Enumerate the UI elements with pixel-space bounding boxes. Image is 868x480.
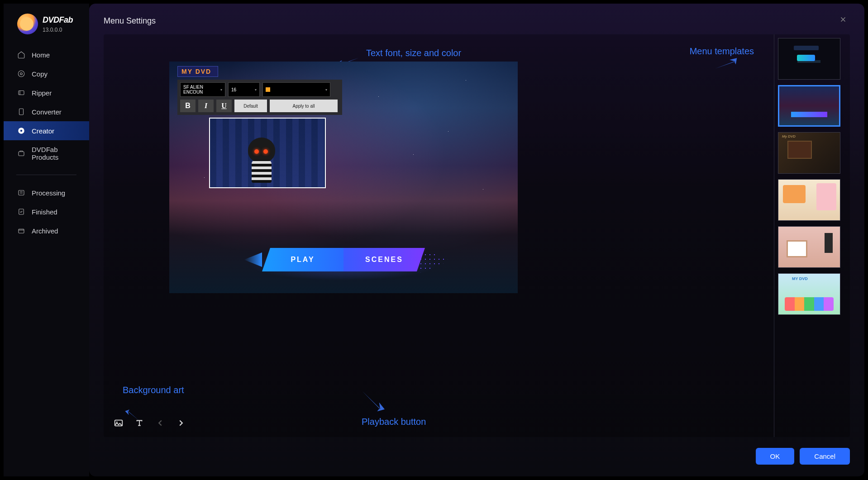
sidebar-item-label: Converter	[32, 108, 62, 116]
app-version: 13.0.0.0	[43, 27, 73, 33]
finished-icon	[17, 208, 25, 216]
converter-icon	[17, 108, 25, 116]
svg-rect-7	[19, 190, 24, 195]
panel-header: Menu Settings	[104, 15, 850, 26]
text-icon	[134, 418, 144, 428]
close-button[interactable]	[839, 15, 850, 26]
chevron-down-icon: ▾	[325, 88, 327, 92]
template-thumb[interactable]	[778, 38, 840, 80]
annotation-playback-button: Playback button	[362, 417, 426, 427]
chevron-right-icon	[176, 418, 186, 428]
font-family-value: SF ALIEN ENCOUN	[183, 85, 220, 95]
underline-button[interactable]: U	[216, 100, 232, 112]
color-swatch-icon	[266, 87, 270, 92]
template-thumb[interactable]	[778, 132, 840, 174]
sidebar-item-copy[interactable]: Copy	[4, 64, 89, 83]
font-color-select[interactable]: ▾	[262, 82, 330, 97]
text-toolbar: SF ALIEN ENCOUN▾ 16▾ ▾ B	[177, 80, 342, 115]
sidebar-item-label: Ripper	[32, 89, 52, 97]
sidebar: DVDFab 13.0.0.0 Home Copy Ripper Convert…	[4, 4, 89, 476]
default-button[interactable]: Default	[234, 100, 267, 112]
panel-title: Menu Settings	[104, 16, 156, 26]
image-icon	[114, 418, 124, 428]
sidebar-item-finished[interactable]: Finished	[4, 202, 89, 221]
nav-primary: Home Copy Ripper Converter Creator DVDFa…	[4, 45, 89, 166]
sidebar-item-label: Creator	[32, 127, 54, 135]
sidebar-item-home[interactable]: Home	[4, 45, 89, 64]
dvd-title-box[interactable]: MY DVD	[177, 66, 218, 77]
creator-icon	[17, 127, 25, 135]
play-button[interactable]: PLAY	[262, 248, 343, 271]
dialog-buttons: OK Cancel	[104, 448, 850, 465]
svg-rect-6	[19, 152, 24, 156]
sidebar-item-creator[interactable]: Creator	[4, 121, 89, 140]
thumbnail-character	[242, 138, 282, 183]
sidebar-item-label: Finished	[32, 208, 57, 216]
logo-area: DVDFab 13.0.0.0	[4, 14, 89, 45]
sidebar-item-ripper[interactable]: Ripper	[4, 83, 89, 102]
prev-page-button[interactable]	[155, 418, 166, 429]
chevron-down-icon: ▾	[255, 88, 257, 92]
sidebar-item-converter[interactable]: Converter	[4, 102, 89, 121]
scenes-button[interactable]: SCENES	[343, 248, 425, 271]
chevron-left-icon	[155, 418, 165, 428]
editor-area: Text font, size and color Thumbnail Menu…	[104, 34, 850, 437]
sidebar-item-label: Home	[32, 51, 50, 59]
next-page-button[interactable]	[176, 418, 187, 429]
svg-point-1	[20, 73, 23, 75]
chevron-down-icon: ▾	[220, 88, 222, 92]
products-icon	[17, 149, 25, 157]
ripper-icon	[17, 89, 25, 97]
annotation-background-art: Background art	[123, 385, 184, 395]
annotation-text-font: Text font, size and color	[366, 48, 461, 58]
app-brand: DVDFab	[43, 15, 73, 25]
dvd-title-text: MY DVD	[181, 68, 211, 75]
svg-rect-9	[19, 229, 24, 233]
nav-divider	[16, 175, 76, 175]
sidebar-item-label: DVDFab Products	[32, 146, 80, 161]
templates-column	[774, 34, 850, 437]
arrow-icon	[355, 389, 390, 418]
apply-to-all-button[interactable]: Apply to all	[270, 100, 338, 112]
main-panel: Menu Settings Text font, size and color …	[89, 4, 864, 476]
bold-button[interactable]: B	[180, 100, 196, 112]
font-size-select[interactable]: 16▾	[228, 82, 260, 97]
bottom-toolbar	[114, 418, 187, 429]
sidebar-item-archived[interactable]: Archived	[4, 221, 89, 240]
background-image-button[interactable]	[114, 418, 124, 429]
archived-icon	[17, 227, 25, 235]
sidebar-item-products[interactable]: DVDFab Products	[4, 140, 89, 166]
italic-button[interactable]: I	[198, 100, 214, 112]
nav-secondary: Processing Finished Archived	[4, 183, 89, 240]
font-family-select[interactable]: SF ALIEN ENCOUN▾	[180, 82, 225, 97]
svg-point-0	[18, 71, 24, 77]
dvd-menu-canvas[interactable]: MY DVD SF ALIEN ENCOUN▾ 16▾	[169, 62, 518, 293]
template-thumb[interactable]	[778, 226, 840, 268]
processing-icon	[17, 189, 25, 197]
svg-rect-3	[19, 109, 24, 115]
template-thumb[interactable]	[778, 85, 840, 127]
playback-bar: PLAY SCENES	[262, 248, 425, 271]
close-icon	[839, 15, 847, 24]
sidebar-item-label: Processing	[32, 189, 65, 197]
svg-point-5	[20, 130, 23, 132]
arrow-icon	[713, 52, 753, 92]
svg-rect-2	[19, 91, 24, 95]
sidebar-item-label: Copy	[32, 70, 48, 78]
sidebar-item-label: Archived	[32, 227, 58, 235]
font-size-value: 16	[231, 87, 236, 92]
template-thumb[interactable]	[778, 179, 840, 221]
cancel-button[interactable]: Cancel	[800, 448, 850, 465]
sidebar-item-processing[interactable]: Processing	[4, 183, 89, 202]
home-icon	[17, 51, 25, 59]
annotation-menu-templates: Menu templates	[690, 46, 754, 57]
template-thumb[interactable]	[778, 273, 840, 315]
preview-stage: Text font, size and color Thumbnail Menu…	[104, 34, 769, 437]
video-thumbnail[interactable]	[209, 118, 326, 188]
preview-column: Text font, size and color Thumbnail Menu…	[104, 34, 769, 437]
text-tool-button[interactable]	[134, 418, 145, 429]
app-logo-icon	[17, 14, 38, 34]
copy-icon	[17, 70, 25, 78]
ok-button[interactable]: OK	[756, 448, 795, 465]
